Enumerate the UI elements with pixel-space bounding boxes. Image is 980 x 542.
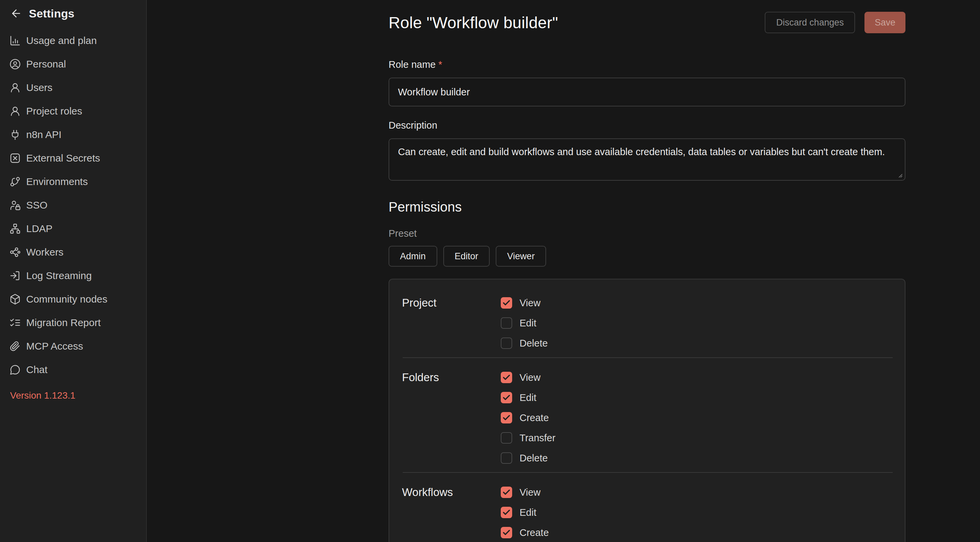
checkbox-label: View — [520, 297, 540, 308]
checkbox-folders-delete[interactable] — [501, 452, 512, 464]
sidebar-item-label: Personal — [26, 59, 66, 70]
user-lock-icon — [10, 199, 21, 211]
page-header: Role "Workflow builder" Discard changes … — [388, 11, 905, 34]
sidebar-item-external-secrets[interactable]: External Secrets — [0, 146, 146, 170]
permission-row-project-delete: Delete — [501, 333, 892, 353]
list-checks-icon — [10, 317, 21, 328]
permission-group-folders: FoldersViewEditCreateTransferDelete — [402, 367, 892, 468]
sidebar-item-chat[interactable]: Chat — [0, 358, 146, 381]
permission-row-folders-create: Create — [501, 408, 892, 428]
checkbox-label: Create — [520, 412, 549, 423]
resize-handle-icon[interactable] — [896, 172, 903, 178]
preset-button-viewer[interactable]: Viewer — [496, 246, 546, 267]
description-textarea[interactable]: Can create, edit and build workflows and… — [388, 138, 905, 181]
version-label[interactable]: Version 1.123.1 — [0, 390, 146, 401]
permissions-heading: Permissions — [388, 199, 905, 215]
sidebar-item-label: Environments — [26, 176, 88, 188]
share-network-icon — [10, 246, 21, 258]
checkbox-label: Create — [520, 527, 549, 538]
sidebar-item-label: SSO — [26, 199, 47, 211]
sidebar-item-sso[interactable]: SSO — [0, 194, 146, 217]
user-icon — [10, 105, 21, 117]
sidebar-item-label: Project roles — [26, 105, 82, 117]
main-area: Role "Workflow builder" Discard changes … — [148, 0, 980, 542]
required-asterisk: * — [438, 59, 442, 70]
sidebar-item-project-roles[interactable]: Project roles — [0, 99, 146, 123]
sidebar-item-label: Usage and plan — [26, 35, 97, 46]
mcp-icon — [10, 340, 21, 352]
discard-changes-button[interactable]: Discard changes — [765, 12, 855, 33]
permission-row-folders-delete: Delete — [501, 448, 892, 468]
sidebar-item-label: Chat — [26, 364, 47, 375]
checkbox-label: Edit — [520, 318, 536, 329]
sidebar-item-label: LDAP — [26, 223, 52, 234]
network-icon — [10, 223, 21, 234]
sidebar-nav: Usage and planPersonalUsersProject roles… — [0, 29, 146, 381]
permission-row-project-edit: Edit — [501, 313, 892, 333]
log-in-icon — [10, 270, 21, 281]
sidebar-item-n8n-api[interactable]: n8n API — [0, 123, 146, 146]
user-icon — [10, 82, 21, 93]
group-label: Folders — [402, 367, 501, 468]
sidebar-item-label: Log Streaming — [26, 270, 92, 281]
sidebar-item-label: Workers — [26, 246, 64, 258]
permissions-panel: ProjectViewEditDeleteFoldersViewEditCrea… — [388, 279, 905, 542]
package-icon — [10, 294, 21, 305]
permission-row-workflows-edit: Edit — [501, 502, 892, 523]
save-button[interactable]: Save — [864, 12, 905, 33]
sidebar-item-personal[interactable]: Personal — [0, 52, 146, 76]
checkbox-workflows-view[interactable] — [501, 486, 512, 498]
chat-bubble-icon — [10, 364, 21, 375]
checkbox-project-view[interactable] — [501, 297, 512, 308]
sidebar-item-usage-and-plan[interactable]: Usage and plan — [0, 29, 146, 52]
permission-row-workflows-create: Create — [501, 523, 892, 542]
group-divider — [402, 357, 892, 358]
checkbox-workflows-edit[interactable] — [501, 507, 512, 518]
preset-label: Preset — [388, 228, 905, 239]
checkbox-project-edit[interactable] — [501, 317, 512, 329]
permission-row-folders-edit: Edit — [501, 388, 892, 408]
sidebar-item-label: Migration Report — [26, 317, 101, 328]
permission-row-folders-view: View — [501, 367, 892, 388]
sidebar-item-workers[interactable]: Workers — [0, 240, 146, 264]
checkbox-project-delete[interactable] — [501, 337, 512, 349]
sidebar-item-label: Community nodes — [26, 294, 107, 305]
sidebar-item-log-streaming[interactable]: Log Streaming — [0, 264, 146, 288]
sidebar-item-migration-report[interactable]: Migration Report — [0, 311, 146, 334]
checkbox-label: Edit — [520, 392, 536, 403]
sidebar-item-label: Users — [26, 82, 52, 93]
sidebar-item-environments[interactable]: Environments — [0, 170, 146, 194]
checkbox-folders-edit[interactable] — [501, 392, 512, 403]
sidebar-item-label: External Secrets — [26, 153, 100, 164]
group-divider — [402, 472, 892, 473]
sidebar-item-label: MCP Access — [26, 340, 83, 352]
group-label: Workflows — [402, 482, 501, 542]
sidebar-item-community-nodes[interactable]: Community nodes — [0, 288, 146, 311]
description-label: Description — [388, 120, 905, 131]
sidebar-item-mcp-access[interactable]: MCP Access — [0, 334, 146, 358]
checkbox-label: Edit — [520, 507, 536, 518]
checkbox-folders-transfer[interactable] — [501, 432, 512, 443]
checkbox-folders-view[interactable] — [501, 372, 512, 383]
preset-button-editor[interactable]: Editor — [443, 246, 490, 267]
role-name-input[interactable] — [388, 78, 905, 106]
checkbox-label: View — [520, 487, 540, 498]
checkbox-folders-create[interactable] — [501, 412, 512, 423]
sidebar-item-users[interactable]: Users — [0, 76, 146, 99]
plug-icon — [10, 129, 21, 140]
user-circle-icon — [10, 59, 21, 70]
group-label: Project — [402, 293, 501, 353]
permission-group-workflows: WorkflowsViewEditCreate — [402, 482, 892, 542]
chart-column-icon — [10, 35, 21, 46]
checkbox-workflows-create[interactable] — [501, 527, 512, 538]
permission-group-project: ProjectViewEditDelete — [402, 293, 892, 353]
preset-buttons: AdminEditorViewer — [388, 246, 905, 267]
preset-button-admin[interactable]: Admin — [388, 246, 437, 267]
checkbox-label: Delete — [520, 453, 548, 464]
sidebar-header: Settings — [0, 5, 146, 22]
git-branch-icon — [10, 176, 21, 188]
sidebar-item-ldap[interactable]: LDAP — [0, 217, 146, 240]
vault-icon — [10, 153, 21, 164]
checkbox-label: View — [520, 372, 540, 383]
arrow-left-icon[interactable] — [10, 7, 22, 19]
